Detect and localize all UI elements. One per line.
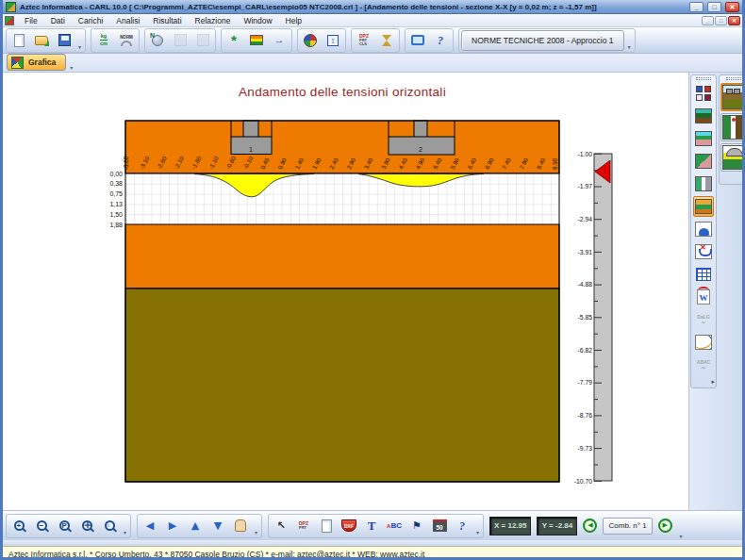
strip-grip[interactable] bbox=[726, 77, 741, 80]
norme-overflow[interactable]: ▾ bbox=[626, 30, 633, 51]
stress-diagram-icon-button[interactable] bbox=[693, 196, 714, 217]
stratigraphy-icon-button[interactable] bbox=[693, 128, 714, 149]
tools-strip: W DaLG〜 ABAC〜 ▸ bbox=[690, 74, 717, 388]
menu-relazione[interactable]: Relazione bbox=[189, 16, 238, 25]
result-table-icon-button[interactable] bbox=[693, 264, 714, 285]
load-combinations-icon-button[interactable] bbox=[693, 83, 714, 104]
mdi-close-button[interactable]: ✕ bbox=[728, 16, 740, 25]
next-combination-button[interactable]: ▶ bbox=[658, 519, 672, 533]
pan-left-button[interactable]: ◀ bbox=[140, 516, 160, 536]
comb-group-overflow[interactable]: ▾ bbox=[678, 511, 685, 540]
mdi-minimize-button[interactable]: _ bbox=[702, 16, 714, 25]
svg-text:-1.00: -1.00 bbox=[578, 151, 593, 157]
anchors-icon-button[interactable] bbox=[693, 241, 714, 262]
save-button[interactable] bbox=[54, 30, 74, 51]
strip-grip[interactable] bbox=[696, 77, 711, 80]
menu-analisi[interactable]: Analisi bbox=[109, 16, 146, 25]
text-tool-button[interactable]: T bbox=[361, 516, 382, 536]
zoom-window-button[interactable]: ▫ bbox=[99, 516, 120, 536]
dxf-export-button[interactable]: DXF bbox=[339, 516, 359, 536]
dalg-icon-button[interactable]: DaLG〜 bbox=[693, 309, 714, 330]
drawing-canvas[interactable]: Andamento delle tensioni orizontali 1 2 … bbox=[3, 73, 742, 510]
scale-button[interactable]: 50 bbox=[429, 516, 450, 536]
status-text: Aztec Informatica s.r.l. * Corso Umberto… bbox=[8, 550, 424, 559]
document-icon bbox=[5, 16, 14, 25]
menu-window[interactable]: Window bbox=[237, 16, 278, 25]
context-help-button[interactable]: ? bbox=[452, 516, 472, 536]
abac-icon-button[interactable]: ABAC〜 bbox=[693, 354, 714, 375]
svg-text:-4.88: -4.88 bbox=[578, 281, 593, 288]
norm-button[interactable]: NORM bbox=[116, 30, 137, 51]
soil-layers-icon-button[interactable] bbox=[693, 106, 714, 126]
tools-group-overflow[interactable]: ▾ bbox=[474, 516, 481, 536]
load-rose-button[interactable] bbox=[300, 30, 321, 51]
font-button[interactable]: ABC bbox=[384, 516, 405, 536]
arrow-right-icon: → bbox=[274, 35, 285, 45]
zoom-out-button[interactable]: − bbox=[31, 516, 52, 536]
help-button[interactable]: ? bbox=[430, 30, 451, 51]
tab-overflow[interactable]: ▾ bbox=[68, 54, 74, 72]
embankment-button[interactable] bbox=[720, 143, 745, 172]
zoom-group-overflow[interactable]: ▾ bbox=[122, 516, 128, 536]
open-button[interactable] bbox=[31, 30, 52, 51]
bearing-capacity-icon-button[interactable] bbox=[693, 219, 714, 239]
new-button[interactable] bbox=[8, 30, 29, 51]
footing2-label: 2 bbox=[419, 146, 422, 153]
excavation-icon-button[interactable] bbox=[693, 151, 714, 172]
footings-section-button[interactable] bbox=[720, 83, 745, 111]
menu-carichi[interactable]: Carichi bbox=[72, 16, 109, 25]
menu-file[interactable]: File bbox=[18, 16, 44, 25]
zoom-extents-button[interactable]: ✛ bbox=[76, 516, 97, 536]
tab-grafica[interactable]: Grafica bbox=[7, 54, 66, 71]
strip-more-arrow[interactable]: ▸ bbox=[711, 377, 715, 386]
dpz-export-button[interactable]: DPZPRT bbox=[293, 516, 314, 536]
general-data-button[interactable]: * bbox=[224, 30, 244, 51]
svg-text:-6.82: -6.82 bbox=[578, 347, 593, 354]
select-button[interactable]: ↖ bbox=[271, 516, 291, 536]
maximize-button[interactable]: □ bbox=[707, 2, 721, 12]
arrow-right-icon: ▶ bbox=[169, 520, 176, 531]
display-button[interactable] bbox=[407, 30, 428, 51]
tools-group: ↖ DPZPRT DXF T ABC ⚑ 50 ? ▾ bbox=[268, 514, 484, 538]
minimize-button[interactable]: _ bbox=[689, 2, 704, 12]
menu-dati[interactable]: Dati bbox=[44, 16, 72, 25]
print-preview-button[interactable] bbox=[316, 516, 337, 536]
main-toolbar: ▾ kgcm NORM * → ↕ DPZPRTCLS bbox=[3, 27, 742, 54]
annotate-button[interactable]: ⚑ bbox=[406, 516, 427, 536]
units-button[interactable]: kgcm bbox=[93, 30, 114, 51]
abac-icon: ABAC〜 bbox=[697, 359, 710, 371]
pan-group-overflow[interactable]: ▾ bbox=[253, 516, 259, 536]
prev-combination-button[interactable]: ◀ bbox=[583, 519, 597, 533]
close-button[interactable]: ✕ bbox=[725, 2, 739, 12]
stratigraphy-icon bbox=[695, 131, 712, 146]
pan-down-button[interactable]: ▼ bbox=[207, 516, 228, 536]
dpz-button[interactable]: DPZPRTCLS bbox=[354, 30, 374, 51]
stratigraphy-button[interactable] bbox=[246, 30, 267, 51]
file-group-overflow[interactable]: ▾ bbox=[76, 30, 83, 51]
window-fit-button[interactable]: ↕ bbox=[323, 30, 343, 51]
menu-help[interactable]: Help bbox=[279, 16, 308, 25]
svg-text:-2.94: -2.94 bbox=[578, 216, 593, 222]
zoom-in-button[interactable]: + bbox=[8, 516, 29, 536]
diaphragm-wall-button[interactable] bbox=[720, 113, 745, 141]
globe-icon bbox=[152, 35, 163, 46]
norme-tecniche-button[interactable]: NORME TECNICHE 2008 - Approccio 1 bbox=[461, 30, 624, 51]
pan-right-button[interactable]: ▶ bbox=[162, 516, 183, 536]
pan-hand-button[interactable] bbox=[230, 516, 251, 536]
word-export-icon-button[interactable]: W bbox=[693, 287, 714, 307]
mdi-restore-button[interactable]: □ bbox=[715, 16, 727, 25]
pan-up-button[interactable]: ▲ bbox=[185, 516, 206, 536]
file-group: ▾ bbox=[6, 28, 86, 53]
section-button[interactable]: → bbox=[269, 30, 290, 51]
settlement-curves-icon-button[interactable] bbox=[693, 332, 714, 353]
pinwheel-icon bbox=[304, 34, 317, 47]
bottom-toolbar: + − P ✛ ▫ ▾ ◀ ▶ ▲ ▼ ▾ ↖ DPZPRT DXF T ABC bbox=[3, 510, 742, 540]
borehole-icon-button[interactable] bbox=[693, 173, 714, 194]
flag-icon: ⚑ bbox=[412, 520, 422, 531]
zoom-in-icon: + bbox=[14, 520, 25, 531]
menu-risultati[interactable]: Risultati bbox=[146, 16, 188, 25]
run-analysis-button[interactable] bbox=[376, 30, 397, 51]
zoom-page-button[interactable]: P bbox=[54, 516, 74, 536]
svg-text:8.90: 8.90 bbox=[552, 157, 558, 170]
national-options-button[interactable] bbox=[147, 30, 168, 51]
